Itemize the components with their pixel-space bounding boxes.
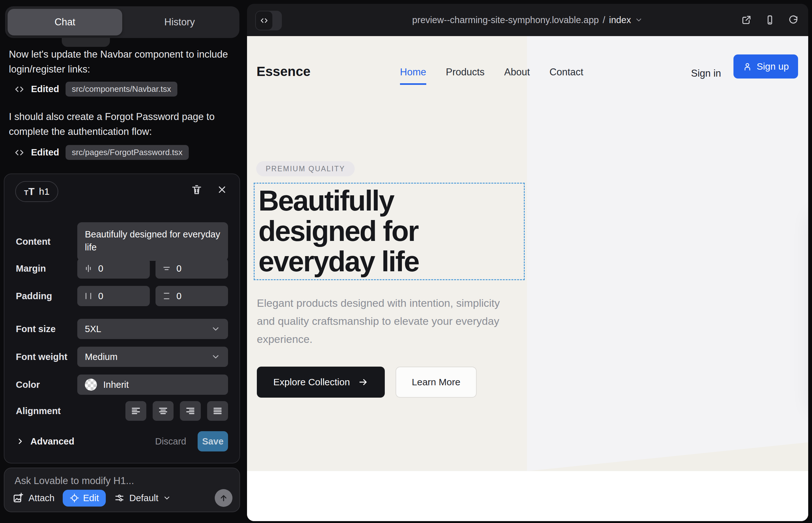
code-icon [14, 147, 25, 158]
code-icon [14, 84, 25, 95]
attach-button[interactable]: Attach [13, 492, 54, 504]
color-label: Color [16, 380, 77, 390]
margin-label: Margin [16, 264, 77, 274]
font-size-label: Font size [16, 324, 77, 334]
h1-selection-outline[interactable]: Beautifully designed for everyday life [254, 183, 525, 280]
target-icon [70, 493, 79, 503]
content-label: Content [16, 236, 77, 247]
mode-label: Default [129, 493, 158, 503]
tab-chat[interactable]: Chat [7, 9, 122, 35]
color-select[interactable]: Inherit [77, 375, 228, 395]
delete-element-button[interactable] [191, 184, 203, 196]
mobile-view-button[interactable] [764, 15, 775, 25]
edited-file-row: Edited src/pages/ForgotPassword.tsx [14, 145, 189, 160]
edited-file-row: Edited src/components/Navbar.tsx [14, 82, 177, 96]
nav-link-about[interactable]: About [504, 67, 530, 85]
padding-x-value[interactable] [98, 291, 127, 301]
sign-in-link[interactable]: Sign in [691, 68, 721, 79]
tab-history[interactable]: History [122, 9, 237, 35]
advanced-toggle[interactable]: Advanced [16, 436, 74, 447]
padding-y-input[interactable] [156, 286, 228, 306]
discard-button[interactable]: Discard [155, 436, 186, 447]
sliders-icon [114, 493, 125, 503]
nav-link-home[interactable]: Home [400, 67, 426, 85]
chevron-down-icon [163, 494, 171, 502]
margin-vertical-icon [162, 264, 171, 273]
prompt-input[interactable] [15, 475, 220, 487]
open-external-button[interactable] [741, 15, 752, 25]
url-domain: preview--charming-site-symphony.lovable.… [412, 15, 599, 25]
save-button[interactable]: Save [198, 431, 228, 451]
refresh-button[interactable] [788, 15, 799, 25]
hero-paragraph: Elegant products designed with intention… [257, 294, 510, 348]
app-root: Chat History Now let's update the Navbar… [0, 0, 812, 523]
font-size-select[interactable]: 5XL [77, 319, 228, 339]
close-editor-button[interactable] [217, 184, 227, 195]
chat-message: Now let's update the Navbar component to… [9, 47, 232, 77]
element-editor-panel: TT h1 Content Beautifully designed for e… [4, 174, 240, 464]
advanced-label: Advanced [30, 436, 74, 447]
chat-scroll-fragment [62, 38, 110, 47]
padding-label: Padding [16, 291, 77, 301]
chat-message: I should also create a Forgot Password p… [9, 109, 232, 139]
send-button[interactable] [215, 489, 232, 507]
margin-y-input[interactable] [156, 258, 228, 278]
chevron-down-icon [211, 352, 220, 362]
prompt-composer: Attach Edit Default [4, 468, 240, 512]
margin-horizontal-icon [84, 264, 93, 273]
font-weight-select[interactable]: Medium [77, 347, 228, 367]
sign-up-button[interactable]: Sign up [734, 54, 798, 78]
site-canvas: Essence Home Products About Contact Sign… [247, 36, 808, 521]
margin-x-input[interactable] [77, 258, 150, 278]
cta-primary-label: Explore Collection [273, 377, 350, 387]
chevron-down-icon [635, 16, 643, 24]
align-right-button[interactable] [180, 401, 201, 421]
site-nav: Home Products About Contact [400, 67, 583, 85]
hero-right-background [527, 36, 808, 471]
next-section-background [247, 471, 808, 521]
padding-y-value[interactable] [176, 291, 205, 301]
alignment-label: Alignment [16, 406, 77, 416]
mode-selector[interactable]: Default [114, 493, 171, 503]
file-badge[interactable]: src/components/Navbar.tsx [66, 82, 178, 96]
content-input[interactable]: Beautifully designed for everyday life [77, 222, 228, 261]
margin-y-value[interactable] [176, 264, 205, 274]
premium-quality-badge: PREMIUM QUALITY [256, 161, 355, 176]
chat-history-tabs: Chat History [5, 6, 240, 38]
url-page: index [609, 15, 631, 25]
nav-link-products[interactable]: Products [446, 67, 484, 85]
diagonal-section-divider [527, 36, 808, 471]
font-weight-label: Font weight [16, 352, 77, 362]
user-icon [743, 62, 752, 71]
learn-more-button[interactable]: Learn More [395, 366, 477, 398]
font-size-value: 5XL [85, 324, 211, 334]
preview-window: preview--charming-site-symphony.lovable.… [247, 4, 808, 521]
transparency-swatch-icon [85, 379, 97, 391]
align-justify-button[interactable] [207, 401, 228, 421]
arrow-right-icon [358, 377, 368, 387]
file-badge[interactable]: src/pages/ForgotPassword.tsx [66, 145, 189, 160]
element-tag-pill[interactable]: TT h1 [15, 181, 58, 202]
edited-label: Edited [31, 84, 59, 94]
hero-heading[interactable]: Beautifully designed for everyday life [259, 185, 518, 277]
nav-link-contact[interactable]: Contact [549, 67, 583, 85]
edit-label: Edit [83, 493, 99, 503]
padding-horizontal-icon [84, 291, 93, 301]
explore-collection-button[interactable]: Explore Collection [257, 366, 385, 398]
align-center-button[interactable] [153, 401, 174, 421]
padding-x-input[interactable] [77, 286, 150, 306]
font-weight-value: Medium [85, 352, 211, 362]
url-separator: / [603, 15, 605, 25]
color-value: Inherit [103, 380, 220, 390]
edited-label: Edited [31, 147, 59, 158]
chevron-right-icon [16, 437, 25, 446]
edit-mode-button[interactable]: Edit [63, 490, 106, 507]
chevron-down-icon [211, 324, 220, 334]
attach-label: Attach [29, 493, 54, 503]
padding-vertical-icon [162, 291, 171, 301]
align-left-button[interactable] [125, 401, 146, 421]
site-logo[interactable]: Essence [257, 64, 310, 79]
attach-image-icon [13, 492, 24, 504]
url-bar[interactable]: preview--charming-site-symphony.lovable.… [247, 4, 808, 36]
margin-x-value[interactable] [98, 264, 127, 274]
